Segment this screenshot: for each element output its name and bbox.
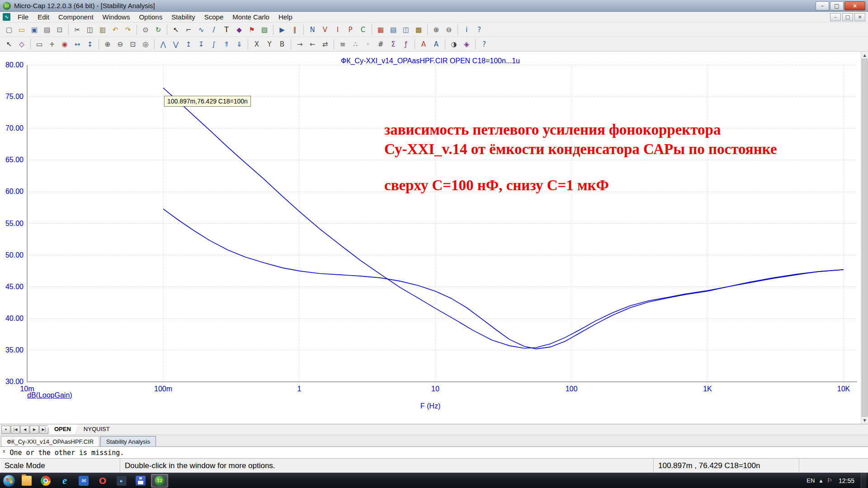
previous-data-point-icon[interactable]: ← xyxy=(307,38,318,50)
text-mode-icon[interactable]: T xyxy=(221,24,232,36)
plot-nav-next-icon[interactable]: ▶ xyxy=(30,426,39,434)
fft-icon[interactable]: ƒ xyxy=(400,38,412,50)
plot-nav-last-icon[interactable]: ▶| xyxy=(39,426,48,434)
show-node-numbers-icon[interactable]: N xyxy=(307,24,318,36)
save-file-icon[interactable]: ▣ xyxy=(28,24,40,36)
go-to-x-icon[interactable]: X xyxy=(251,38,263,50)
horizontal-tag-icon[interactable]: ↔ xyxy=(71,38,83,50)
numeric-output-icon[interactable]: ∴ xyxy=(349,38,361,50)
help-tool-icon[interactable]: ? xyxy=(478,38,490,50)
menu-help[interactable]: Help xyxy=(274,12,297,22)
taskbar-microcap[interactable]: 12 xyxy=(151,474,168,488)
global-high-icon[interactable]: ⇑ xyxy=(221,38,232,50)
zoom-fit-icon[interactable]: ⊡ xyxy=(127,38,139,50)
cut-icon[interactable]: ✂ xyxy=(71,24,83,36)
start-button[interactable] xyxy=(3,474,15,487)
menu-edit[interactable]: Edit xyxy=(33,12,54,22)
ruler-icon[interactable]: # xyxy=(375,38,387,50)
menu-file[interactable]: File xyxy=(13,12,33,22)
zoom-in-icon[interactable]: ⊕ xyxy=(430,24,442,36)
mdi-close-button[interactable]: × xyxy=(854,13,865,21)
window-tile-icon[interactable]: ▩ xyxy=(413,24,425,36)
graphics-mode-icon[interactable]: ◆ xyxy=(233,24,245,36)
animate-icon[interactable]: ◈ xyxy=(461,38,472,50)
data-point-labels-icon[interactable]: ◦ xyxy=(362,38,374,50)
component-mode-icon[interactable]: ⌐ xyxy=(183,24,194,36)
go-to-y-icon[interactable]: Y xyxy=(264,38,275,50)
zoom-out-icon[interactable]: ⊖ xyxy=(443,24,455,36)
minimize-button[interactable]: – xyxy=(816,1,829,10)
high-icon[interactable]: ↥ xyxy=(183,38,194,50)
align-cursors-icon[interactable]: ⇄ xyxy=(319,38,331,50)
window-split-icon[interactable]: ◫ xyxy=(400,24,412,36)
show-conditions-icon[interactable]: C xyxy=(357,24,369,36)
low-icon[interactable]: ↧ xyxy=(195,38,207,50)
plot-nav-dropdown-icon[interactable]: ▾ xyxy=(1,426,10,434)
mdi-restore-button[interactable]: □ xyxy=(842,13,853,21)
print-preview-icon[interactable]: ⊡ xyxy=(54,24,66,36)
legend-db-loopgain[interactable]: dB(LoopGain) xyxy=(27,391,72,399)
window-schematic-icon[interactable]: ▦ xyxy=(375,24,387,36)
clock[interactable]: 12:55 xyxy=(837,477,856,484)
menu-monte-carlo[interactable]: Monte Carlo xyxy=(228,12,274,22)
menu-options[interactable]: Options xyxy=(134,12,167,22)
scroll-down-icon[interactable]: ▼ xyxy=(861,417,868,424)
scroll-up-icon[interactable]: ▲ xyxy=(861,52,868,59)
magnify-region-icon[interactable]: ◎ xyxy=(140,38,151,50)
wire-mode-icon[interactable]: ∿ xyxy=(195,24,207,36)
help-mode-icon[interactable]: ? xyxy=(473,24,485,36)
zoom-in-tool-icon[interactable]: ⊕ xyxy=(102,38,113,50)
curve-c18-1u[interactable] xyxy=(163,209,844,349)
go-to-branch-icon[interactable]: B xyxy=(276,38,288,50)
properties-icon[interactable]: ≡ xyxy=(337,38,349,50)
file-tab-circuit-file[interactable]: ФК_Су-XXI_v14_OPAasHPF.CIR xyxy=(1,436,99,446)
new-file-icon[interactable]: ▢ xyxy=(3,24,15,36)
taskbar-opera[interactable]: O xyxy=(94,474,111,488)
close-button[interactable]: × xyxy=(844,1,865,10)
run-analysis-icon[interactable]: ▶ xyxy=(276,24,288,36)
menu-scope[interactable]: Scope xyxy=(200,12,228,22)
paste-icon[interactable]: ▥ xyxy=(97,24,108,36)
print-icon[interactable]: ▤ xyxy=(41,24,53,36)
watch-icon[interactable]: ◑ xyxy=(448,38,460,50)
mdi-minimize-button[interactable]: – xyxy=(830,13,841,21)
plot-tab-nyquist[interactable]: NYQUIST xyxy=(76,425,117,434)
window-text-icon[interactable]: ▤ xyxy=(387,24,399,36)
redraw-icon[interactable]: ↻ xyxy=(152,24,164,36)
text-color-icon[interactable]: A xyxy=(418,38,429,50)
plot-nav-first-icon[interactable]: |◀ xyxy=(11,426,20,434)
show-currents-icon[interactable]: I xyxy=(332,24,344,36)
graphics-tool-icon[interactable]: ◇ xyxy=(16,38,28,50)
select-mode-icon[interactable]: ↖ xyxy=(170,24,182,36)
text-font-icon[interactable]: A xyxy=(430,38,442,50)
point-tag-icon[interactable]: ◉ xyxy=(59,38,71,50)
scale-mode-tool-icon[interactable]: ▭ xyxy=(33,38,45,50)
language-indicator[interactable]: EN xyxy=(807,477,815,484)
pause-analysis-icon[interactable]: ∥ xyxy=(289,24,301,36)
show-desktop-button[interactable] xyxy=(861,473,866,488)
cursor-mode-tool-icon[interactable]: + xyxy=(46,38,58,50)
menu-windows[interactable]: Windows xyxy=(98,12,135,22)
next-data-point-icon[interactable]: → xyxy=(294,38,306,50)
vertical-scrollbar[interactable]: ▲ ▼ xyxy=(861,52,868,424)
restore-button[interactable]: □ xyxy=(830,1,844,10)
peak-icon[interactable]: ⋀ xyxy=(157,38,169,50)
taskbar-explorer[interactable] xyxy=(18,474,35,488)
plot-nav-previous-icon[interactable]: ◀ xyxy=(20,426,29,434)
menu-component[interactable]: Component xyxy=(54,12,98,22)
select-tool-icon[interactable]: ↖ xyxy=(3,38,15,50)
flag-mode-icon[interactable]: ⚑ xyxy=(246,24,258,36)
zoom-out-tool-icon[interactable]: ⊖ xyxy=(114,38,126,50)
global-low-icon[interactable]: ⇓ xyxy=(233,38,245,50)
menu-stability[interactable]: Stability xyxy=(167,12,200,22)
show-node-voltages-icon[interactable]: V xyxy=(319,24,331,36)
open-file-icon[interactable]: ▭ xyxy=(16,24,28,36)
inflection-icon[interactable]: ∫ xyxy=(208,38,220,50)
copy-icon[interactable]: ◫ xyxy=(84,24,96,36)
show-power-icon[interactable]: P xyxy=(344,24,356,36)
taskbar-media-app[interactable]: ▸ xyxy=(113,474,130,488)
diagonal-wire-mode-icon[interactable]: / xyxy=(208,24,220,36)
plot-tab-open[interactable]: OPEN xyxy=(47,425,78,434)
redo-icon[interactable]: ↷ xyxy=(122,24,134,36)
file-tab-stability-analysis[interactable]: Stability Analysis xyxy=(100,436,156,446)
